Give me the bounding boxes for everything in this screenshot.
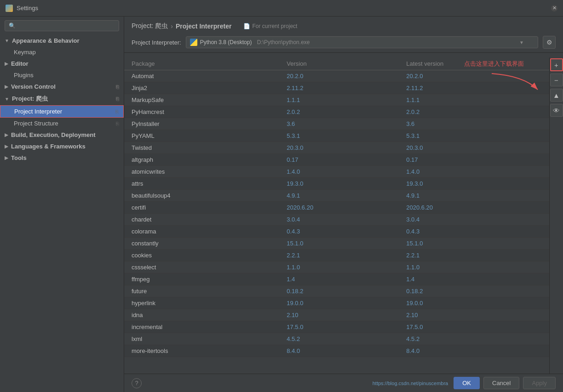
copy-icon: ⎘ [115,109,119,114]
cancel-button[interactable]: Cancel [483,377,519,389]
sidebar-item-label: Appearance & Behavior [12,37,80,44]
table-row[interactable]: idna 2.10 2.10 [124,309,549,321]
table-row[interactable]: attrs 19.3.0 19.3.0 [124,178,549,190]
package-latest: 8.4.0 [399,345,549,357]
package-latest: 20.2.0 [399,70,549,82]
sidebar: 🔍 ▼ Appearance & Behavior Keymap ▶ Edito… [0,17,124,392]
up-button[interactable]: ▲ [550,89,563,102]
table-row[interactable]: cssselect 1.1.0 1.1.0 [124,261,549,273]
python-icon [190,39,197,46]
table-row[interactable]: atomicwrites 1.4.0 1.4.0 [124,166,549,178]
table-row[interactable]: Automat 20.2.0 20.2.0 [124,70,549,82]
expand-arrow-icon: ▶ [5,155,8,160]
expand-arrow-icon: ▶ [5,84,8,89]
interpreter-row: Project Interpreter: Python 3.8 (Desktop… [132,36,556,49]
breadcrumb-arrow: › [171,23,173,30]
package-area: 点击这里进入下载界面 Package Version [124,57,563,374]
sidebar-item-plugins[interactable]: Plugins [0,69,124,81]
expand-arrow-icon: ▼ [5,97,9,102]
csdn-link[interactable]: https://blog.csdn.net/pinuscembra [373,381,448,386]
table-row[interactable]: PyInstaller 3.6 3.6 [124,118,549,130]
interpreter-settings-button[interactable]: ⚙ [543,36,556,49]
table-row[interactable]: MarkupSafe 1.1.1 1.1.1 [124,94,549,106]
package-name: altgraph [124,154,279,166]
sidebar-item-build[interactable]: ▶ Build, Execution, Deployment [0,129,124,141]
sidebar-item-label: Build, Execution, Deployment [11,131,95,138]
package-version: 2.10 [279,309,399,321]
help-button[interactable]: ? [132,378,142,388]
table-row[interactable]: chardet 3.0.4 3.0.4 [124,214,549,226]
sidebar-item-tools[interactable]: ▶ Tools [0,152,124,164]
sidebar-item-label: Project Structure [14,120,58,127]
table-row[interactable]: hyperlink 19.0.0 19.0.0 [124,297,549,309]
table-row[interactable]: PyYAML 5.3.1 5.3.1 [124,130,549,142]
col-package: Package [124,57,279,70]
package-version: 1.4 [279,273,399,285]
package-latest: 0.17 [399,154,549,166]
title-bar: Settings ✕ [0,0,563,17]
table-row[interactable]: future 0.18.2 0.18.2 [124,285,549,297]
add-package-button[interactable]: + [550,58,563,71]
sidebar-item-project[interactable]: ▼ Project: 爬虫 ⎘ [0,92,124,105]
package-latest: 1.4.0 [399,166,549,178]
table-row[interactable]: altgraph 0.17 0.17 [124,154,549,166]
package-latest: 3.6 [399,118,549,130]
table-row[interactable]: lxml 4.5.2 4.5.2 [124,333,549,345]
table-row[interactable]: incremental 17.5.0 17.5.0 [124,321,549,333]
app-icon [6,5,13,12]
table-row[interactable]: ffmpeg 1.4 1.4 [124,273,549,285]
package-latest: 2.2.1 [399,250,549,261]
ok-button[interactable]: OK [454,377,480,389]
table-row[interactable]: PyHamcrest 2.0.2 2.0.2 [124,106,549,118]
sidebar-item-appearance[interactable]: ▼ Appearance & Behavior [0,35,124,46]
sidebar-item-languages[interactable]: ▶ Languages & Frameworks [0,141,124,152]
table-row[interactable]: beautifulsoup4 4.9.1 4.9.1 [124,190,549,202]
window-title: Settings [17,5,551,11]
package-version: 1.4.0 [279,166,399,178]
package-latest: 2.10 [399,309,549,321]
table-row[interactable]: colorama 0.4.3 0.4.3 [124,226,549,238]
package-latest: 5.3.1 [399,130,549,142]
package-latest: 19.0.0 [399,297,549,309]
sidebar-item-keymap[interactable]: Keymap [0,46,124,58]
table-row[interactable]: Twisted 20.3.0 20.3.0 [124,142,549,154]
sidebar-item-project-interpreter[interactable]: Project Interpreter ⎘ [0,105,124,118]
package-name: future [124,285,279,297]
sidebar-item-version-control[interactable]: ▶ Version Control ⎘ [0,81,124,92]
window-controls: ✕ [551,5,557,11]
package-name: beautifulsoup4 [124,190,279,202]
expand-arrow-icon: ▶ [5,144,8,149]
table-row[interactable]: cookies 2.2.1 2.2.1 [124,250,549,261]
copy-icon: ⎘ [116,84,119,90]
content-header: Project: 爬虫 › Project Interpreter 📄 For … [124,17,563,53]
package-name: incremental [124,321,279,333]
package-latest: 1.1.0 [399,261,549,273]
package-latest: 19.3.0 [399,178,549,190]
close-button[interactable]: ✕ [551,5,557,11]
table-row[interactable]: certifi 2020.6.20 2020.6.20 [124,202,549,214]
interpreter-select[interactable]: Python 3.8 (Desktop) D:\Python\python.ex… [186,36,538,48]
package-name: constantly [124,238,279,250]
package-version: 0.17 [279,154,399,166]
sidebar-item-editor[interactable]: ▶ Editor [0,58,124,69]
package-name: atomicwrites [124,166,279,178]
remove-package-button[interactable]: − [550,74,563,86]
package-latest: 2020.6.20 [399,202,549,214]
apply-button[interactable]: Apply [523,377,556,389]
package-version: 5.3.1 [279,130,399,142]
table-row[interactable]: more-itertools 8.4.0 8.4.0 [124,345,549,357]
package-table-container[interactable]: Package Version Latest version Automat 2… [124,57,549,374]
expand-arrow-icon: ▼ [5,38,9,43]
search-input[interactable] [18,23,115,29]
package-version: 3.0.4 [279,214,399,226]
eye-button[interactable]: 👁 [550,104,563,117]
col-latest: Latest version [399,57,549,70]
breadcrumb: Project: 爬虫 › Project Interpreter 📄 For … [132,22,556,30]
expand-arrow-icon: ▶ [5,61,8,66]
package-latest: 3.0.4 [399,214,549,226]
table-row[interactable]: constantly 15.1.0 15.1.0 [124,238,549,250]
table-row[interactable]: Jinja2 2.11.2 2.11.2 [124,82,549,94]
search-box[interactable]: 🔍 [5,20,119,31]
package-version: 2.2.1 [279,250,399,261]
sidebar-item-project-structure[interactable]: Project Structure ⎘ [0,118,124,129]
